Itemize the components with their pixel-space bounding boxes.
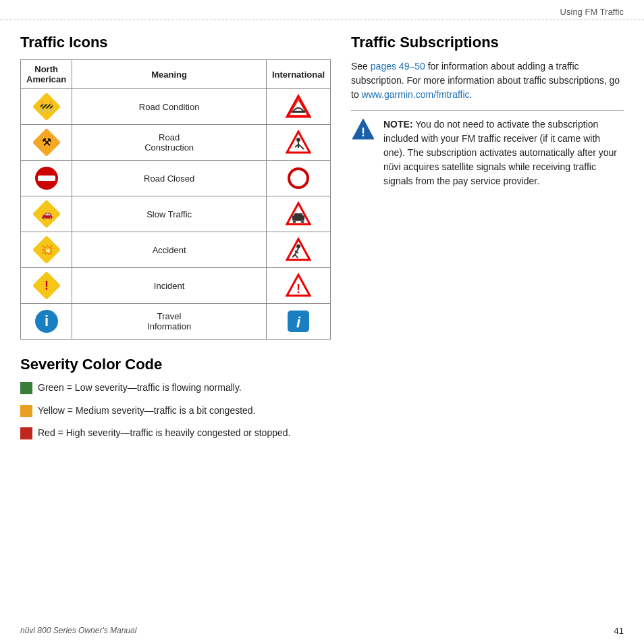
- red-color-box: [20, 427, 32, 439]
- table-row: 💥 Accident: [21, 232, 331, 268]
- svg-rect-20: [294, 213, 302, 217]
- note-box: ! NOTE: You do not need to activate the …: [351, 110, 624, 196]
- link-garmin[interactable]: www.garmin.com/fmtraffic: [362, 89, 470, 100]
- col-international: International: [266, 60, 330, 89]
- severity-red-label: Red = High severity—traffic is heavily c…: [38, 427, 290, 440]
- col-meaning: Meaning: [72, 60, 267, 89]
- table-row: ⚒ RoadConstruction: [21, 125, 331, 161]
- meaning-road-closed: Road Closed: [72, 161, 267, 196]
- page-content: Traffic Icons North American Meaning Int…: [0, 20, 644, 456]
- left-column: Traffic Icons North American Meaning Int…: [20, 34, 331, 450]
- svg-text:i: i: [45, 313, 49, 329]
- meaning-travel-info: TravelInformation: [72, 304, 267, 340]
- svg-rect-4: [292, 111, 305, 113]
- col-north-american: North American: [21, 60, 72, 89]
- na-icon-road-closed: [21, 161, 72, 196]
- meaning-incident: Incident: [72, 268, 267, 304]
- svg-text:⚒: ⚒: [42, 136, 51, 148]
- footer-manual: nüvi 800 Series Owner's Manual: [20, 626, 136, 636]
- meaning-road-condition: Road Condition: [72, 89, 267, 125]
- footer-page-number: 41: [614, 626, 624, 636]
- table-row: ! Incident !: [21, 268, 331, 304]
- meaning-road-construction: RoadConstruction: [72, 125, 267, 161]
- meaning-slow-traffic: Slow Traffic: [72, 196, 267, 232]
- note-text: NOTE: You do not need to activate the su…: [383, 117, 624, 188]
- right-column: Traffic Subscriptions See pages 49–50 fo…: [351, 34, 624, 450]
- table-row: Road Closed: [21, 161, 331, 196]
- link-pages[interactable]: pages 49–50: [371, 61, 425, 72]
- na-icon-incident: !: [21, 268, 72, 304]
- intl-icon-road-closed: [266, 161, 330, 196]
- note-warning-icon: !: [351, 117, 375, 144]
- page-header: Using FM Traffic: [0, 0, 644, 20]
- svg-point-26: [296, 244, 300, 248]
- severity-section: Severity Color Code Green = Low severity…: [20, 356, 331, 440]
- intl-icon-road-condition: [266, 89, 330, 125]
- severity-yellow: Yellow = Medium severity—traffic is a bi…: [20, 404, 331, 418]
- svg-point-22: [300, 220, 304, 223]
- na-icon-road-construction: ⚒: [21, 125, 72, 161]
- svg-text:🚗: 🚗: [41, 209, 53, 220]
- yellow-color-box: [20, 405, 32, 417]
- svg-text:!: !: [45, 279, 49, 292]
- page-footer: nüvi 800 Series Owner's Manual 41: [0, 626, 644, 636]
- severity-green: Green = Low severity—traffic is flowing …: [20, 381, 331, 395]
- svg-rect-14: [38, 176, 55, 181]
- header-text: Using FM Traffic: [560, 7, 624, 17]
- intl-icon-road-construction: [266, 125, 330, 161]
- na-icon-travel-info: i: [21, 304, 72, 340]
- svg-text:i: i: [296, 314, 301, 331]
- intl-icon-incident: !: [266, 268, 330, 304]
- intl-icon-travel-info: i: [266, 304, 330, 340]
- svg-text:!: !: [361, 126, 365, 139]
- svg-point-15: [289, 169, 308, 188]
- table-row: i TravelInformation i: [21, 304, 331, 340]
- intl-icon-slow-traffic: [266, 196, 330, 232]
- table-row: 🚧 Road Condition: [21, 89, 331, 125]
- subscriptions-para1: See pages 49–50 for information about ad…: [351, 59, 624, 102]
- svg-point-21: [292, 220, 296, 223]
- meaning-accident: Accident: [72, 232, 267, 268]
- svg-text:🚧: 🚧: [40, 100, 53, 113]
- traffic-icons-title: Traffic Icons: [20, 34, 331, 51]
- svg-point-8: [296, 138, 300, 142]
- severity-title: Severity Color Code: [20, 356, 331, 373]
- na-icon-slow-traffic: 🚗: [21, 196, 72, 232]
- na-icon-accident: 💥: [21, 232, 72, 268]
- severity-green-label: Green = Low severity—traffic is flowing …: [38, 381, 242, 395]
- na-icon-road-condition: 🚧: [21, 89, 72, 125]
- svg-text:💥: 💥: [41, 244, 53, 256]
- severity-red: Red = High severity—traffic is heavily c…: [20, 427, 331, 440]
- intl-icon-accident: [266, 232, 330, 268]
- table-row: 🚗 Slow Traffic: [21, 196, 331, 232]
- traffic-icons-table: North American Meaning International: [20, 59, 331, 340]
- subscriptions-title: Traffic Subscriptions: [351, 34, 624, 51]
- severity-yellow-label: Yellow = Medium severity—traffic is a bi…: [38, 404, 256, 418]
- green-color-box: [20, 382, 32, 394]
- svg-text:!: !: [296, 282, 300, 296]
